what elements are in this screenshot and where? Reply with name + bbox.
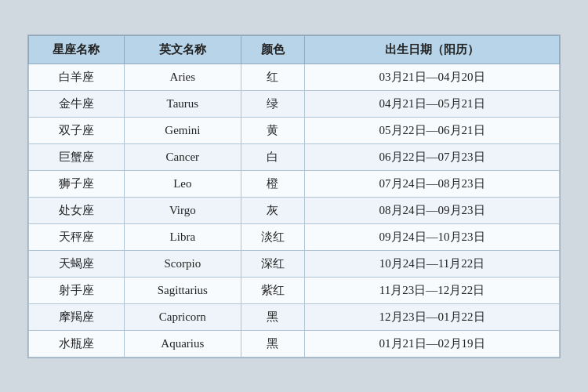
table-row: 射手座Sagittarius紫红11月23日—12月22日 [29,277,560,303]
table-row: 金牛座Taurus绿04月21日—05月21日 [29,90,560,117]
table-row: 天蝎座Scorpio深红10月24日—11月22日 [29,250,560,277]
cell-english: Leo [124,170,241,197]
cell-date: 06月22日—07月23日 [305,143,560,170]
cell-chinese: 巨蟹座 [29,143,125,170]
cell-chinese: 天秤座 [29,223,125,250]
cell-chinese: 双子座 [29,117,125,143]
cell-english: Libra [124,223,241,250]
cell-color: 红 [241,64,304,90]
cell-date: 01月21日—02月19日 [305,330,560,357]
table-row: 天秤座Libra淡红09月24日—10月23日 [29,223,560,250]
table-row: 巨蟹座Cancer白06月22日—07月23日 [29,143,560,170]
cell-chinese: 金牛座 [29,90,125,117]
cell-color: 灰 [241,197,304,223]
cell-color: 橙 [241,170,304,197]
cell-english: Scorpio [124,250,241,277]
table-row: 狮子座Leo橙07月24日—08月23日 [29,170,560,197]
cell-date: 12月23日—01月22日 [305,303,560,330]
cell-english: Virgo [124,197,241,223]
cell-date: 05月22日—06月21日 [305,117,560,143]
table-row: 处女座Virgo灰08月24日—09月23日 [29,197,560,223]
cell-date: 08月24日—09月23日 [305,197,560,223]
cell-chinese: 白羊座 [29,64,125,90]
cell-english: Taurus [124,90,241,117]
cell-english: Capricorn [124,303,241,330]
header-color: 颜色 [241,35,304,64]
header-date: 出生日期（阳历） [305,35,560,64]
cell-color: 黑 [241,303,304,330]
cell-color: 紫红 [241,277,304,303]
table-row: 白羊座Aries红03月21日—04月20日 [29,64,560,90]
cell-date: 11月23日—12月22日 [305,277,560,303]
cell-english: Aries [124,64,241,90]
cell-color: 黄 [241,117,304,143]
table-row: 摩羯座Capricorn黑12月23日—01月22日 [29,303,560,330]
cell-english: Cancer [124,143,241,170]
cell-date: 04月21日—05月21日 [305,90,560,117]
zodiac-table-container: 星座名称 英文名称 颜色 出生日期（阳历） 白羊座Aries红03月21日—04… [27,34,561,358]
table-row: 水瓶座Aquarius黑01月21日—02月19日 [29,330,560,357]
cell-date: 09月24日—10月23日 [305,223,560,250]
cell-english: Sagittarius [124,277,241,303]
table-row: 双子座Gemini黄05月22日—06月21日 [29,117,560,143]
cell-color: 绿 [241,90,304,117]
table-header-row: 星座名称 英文名称 颜色 出生日期（阳历） [29,35,560,64]
header-english: 英文名称 [124,35,241,64]
cell-date: 10月24日—11月22日 [305,250,560,277]
cell-color: 淡红 [241,223,304,250]
cell-chinese: 处女座 [29,197,125,223]
cell-color: 白 [241,143,304,170]
cell-color: 深红 [241,250,304,277]
cell-chinese: 天蝎座 [29,250,125,277]
cell-date: 07月24日—08月23日 [305,170,560,197]
cell-date: 03月21日—04月20日 [305,64,560,90]
cell-chinese: 射手座 [29,277,125,303]
cell-chinese: 摩羯座 [29,303,125,330]
cell-chinese: 狮子座 [29,170,125,197]
cell-chinese: 水瓶座 [29,330,125,357]
zodiac-table: 星座名称 英文名称 颜色 出生日期（阳历） 白羊座Aries红03月21日—04… [28,35,560,358]
cell-english: Aquarius [124,330,241,357]
cell-english: Gemini [124,117,241,143]
cell-color: 黑 [241,330,304,357]
header-chinese: 星座名称 [29,35,125,64]
